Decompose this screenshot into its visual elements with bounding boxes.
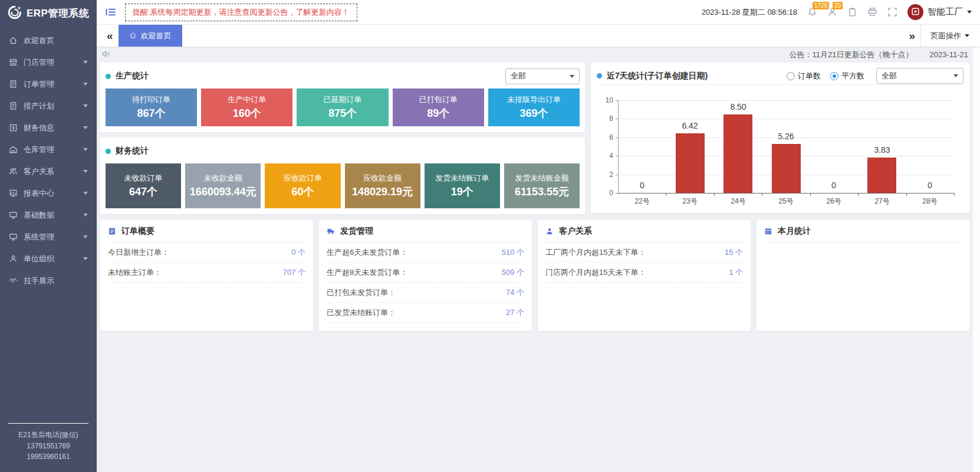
stat-card-value: 647个 [129,185,157,199]
calendar-icon [764,227,772,235]
sidebar-item-label: 客户关系 [24,166,77,177]
chevron-down-icon [967,11,972,16]
production-filter-select[interactable]: 全部 [505,68,580,84]
stats-column: 生产统计 全部 待打印订单 867个 [100,63,585,214]
stat-card[interactable]: 未排版导出订单 369个 [488,88,580,126]
x-axis-tick [810,193,811,196]
stat-card[interactable]: 待打印订单 867个 [106,88,197,126]
summary-row-label: 未结账主订单： [108,267,162,278]
summary-row: 已发货未结账订单： 27 个 [327,303,524,323]
sidebar-item[interactable]: 报表中心 [0,182,97,204]
bar-value-label: 0 [912,181,948,190]
chart-bar[interactable] [676,133,705,193]
chart-header: 近7天统计(子订单创建日期) 订单数 [597,67,963,85]
user-alerts-button[interactable]: 20 [827,7,837,17]
x-axis-tick [762,193,762,196]
summary-panels: 订单概要 今日新增主订单： 0 个 未结账主订单： [100,220,969,331]
grid-line [618,100,954,101]
stat-card[interactable]: 未收款订单 647个 [106,163,181,208]
stat-card-value: 160个 [233,106,261,120]
chart-bar[interactable] [724,114,752,193]
speaker-icon[interactable] [101,50,110,60]
chart-bar[interactable] [867,158,896,193]
sidebar-item[interactable]: 门店管理 [0,51,97,73]
content: 公告：11月21日更新公告（晚十点） 2023-11-21 生产统计 全部 [97,47,980,472]
summary-row-value-link[interactable]: 15 个 [725,247,743,258]
summary-row-value-link[interactable]: 509 个 [502,267,524,278]
summary-row: 门店两个月内超15天未下单： 1 个 [545,263,743,283]
summary-panel-title: 本月统计 [778,226,811,237]
summary-row-value-link[interactable]: 74 个 [506,287,524,298]
announcement-text[interactable]: 公告：11月21日更新公告（晚十点） [789,50,913,60]
summary-panel-title: 发货管理 [340,226,373,237]
finance-cards: 未收款订单 647个 未收款金额 1660093.44元 应 [106,163,580,208]
announcement-date: 2023-11-21 [929,50,968,59]
support-phone-1: 13791551769 [8,441,88,452]
scrollbar-track[interactable] [973,47,980,472]
tab-scroll-left-icon[interactable]: « [101,30,119,42]
stat-card[interactable]: 未收款金额 1660093.44元 [185,163,261,208]
clipboard-button[interactable] [847,7,857,17]
fullscreen-icon [887,7,897,17]
sidebar-item-label: 单位组织 [24,254,77,264]
chart-title: 近7天统计(子订单创建日期) [607,71,708,81]
stat-card[interactable]: 发货未结账订单 19个 [425,163,500,208]
summary-row-value-link[interactable]: 1 个 [729,267,743,278]
sidebar-item[interactable]: 仓库管理 [0,139,97,160]
stat-card-label: 发货未结账金额 [515,173,568,183]
truck-icon [327,227,335,235]
summary-row-value-link[interactable]: 0 个 [291,247,305,258]
sidebar-item[interactable]: 欢迎首页 [0,30,97,51]
summary-row-value-link[interactable]: 27 个 [506,307,524,318]
sidebar-item[interactable]: 系统管理 [0,226,97,248]
sidebar-item[interactable]: 拉手展示 [0,270,97,291]
tab-welcome-home[interactable]: 欢迎首页 [119,25,182,47]
support-phone-title: E21售后电话(微信) [8,430,88,441]
sidebar-item[interactable]: 基础数据 [0,204,97,226]
stat-card[interactable]: 生产中订单 160个 [201,88,292,126]
radio-option[interactable]: 订单数 [787,71,821,81]
chevron-down-icon [83,214,88,219]
stat-card[interactable]: 已打包订单 89个 [393,88,484,126]
sidebar-item[interactable]: 财务信息 [0,117,97,139]
stat-card-label: 发货未结账订单 [435,173,489,183]
collapse-menu-icon[interactable] [105,7,117,17]
page-actions-dropdown[interactable]: 页面操作 [920,25,980,47]
sidebar-item[interactable]: 单位组织 [0,248,97,270]
sidebar-item-label: 订单管理 [24,79,77,90]
chart-bar[interactable] [772,144,801,193]
sidebar-item[interactable]: 订单管理 [0,73,97,95]
production-stats-header: 生产统计 全部 [106,67,580,85]
stat-card[interactable]: 应收款订单 60个 [265,163,340,208]
summary-row-value-link[interactable]: 510 个 [502,247,524,258]
chart-filter-select[interactable]: 全部 [876,68,963,84]
user-menu[interactable]: 智能工厂 [907,4,972,20]
radio-option[interactable]: 平方数 [830,71,864,81]
chevron-down-icon [965,34,969,40]
sidebar-item-label: 仓库管理 [24,145,77,155]
fullscreen-button[interactable] [887,7,897,17]
stat-card[interactable]: 应收款金额 148029.19元 [345,163,420,208]
monitor-icon [9,232,18,241]
chevron-down-icon [953,74,958,80]
print-button[interactable] [867,7,877,17]
summary-panel-title: 客户关系 [559,226,592,237]
summary-row-label: 门店两个月内超15天未下单： [545,267,646,278]
printer-icon [867,7,877,17]
tab-scroll-right-icon[interactable]: » [903,30,920,42]
stat-card[interactable]: 发货未结账金额 61153.55元 [504,163,580,208]
notifications-button[interactable]: 1726 [807,7,817,17]
summary-row-value-link[interactable]: 707 个 [283,267,305,278]
sidebar-item[interactable]: 客户关系 [0,160,97,182]
notifications-badge: 1726 [813,2,829,9]
radio-icon [787,72,795,80]
x-axis-label: 24号 [721,196,756,206]
sidebar-item[interactable]: 排产计划 [0,95,97,117]
home-icon [129,31,137,41]
stat-card[interactable]: 已延期订单 875个 [297,88,388,126]
tab-label: 欢迎首页 [141,31,172,41]
user-alerts-badge: 20 [833,2,843,9]
erp-app: ERP管理系统 欢迎首页 门店管理 订单管理 [0,0,980,472]
person-fill-icon [545,227,554,235]
sidebar-item-label: 系统管理 [24,232,77,242]
